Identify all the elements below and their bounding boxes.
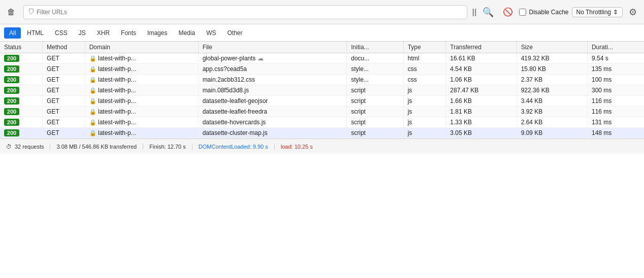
cell-initiator: script [347, 117, 403, 128]
cell-duration: 135 ms [587, 64, 644, 75]
table-row[interactable]: 200GET🔒 latest-with-p...datasette-hoverc… [0, 117, 644, 128]
table-header: Status Method Domain File Initia... Type… [0, 42, 644, 53]
cell-transferred: 1.33 KB [446, 117, 517, 128]
cell-initiator: style... [347, 75, 403, 85]
table-row[interactable]: 200GET🔒 latest-with-p...datasette-leafle… [0, 96, 644, 107]
cell-domain: 🔒 latest-with-p... [85, 128, 198, 138]
search-button[interactable]: 🔍 [479, 5, 497, 20]
load-text: load: 10.25 s [281, 144, 313, 150]
filter-url-input[interactable] [37, 9, 463, 16]
cell-size: 922.36 KB [517, 85, 587, 96]
tab-images[interactable]: Images [142, 27, 172, 39]
lock-icon: 🔒 [89, 55, 96, 61]
lock-icon: 🔒 [89, 109, 96, 115]
cell-method: GET [43, 117, 85, 128]
cell-duration: 131 ms [587, 117, 644, 128]
cell-type: html [403, 53, 446, 64]
cell-status: 200 [0, 117, 43, 128]
tab-css[interactable]: CSS [50, 27, 73, 39]
cell-type: css [403, 64, 446, 75]
cell-duration: 116 ms [587, 107, 644, 117]
lock-icon: 🔒 [89, 98, 96, 104]
cell-duration: 100 ms [587, 75, 644, 85]
requests-count: 32 requests [15, 144, 44, 150]
cell-domain: 🔒 latest-with-p... [85, 107, 198, 117]
col-header-status[interactable]: Status [0, 42, 43, 53]
table-row[interactable]: 200GET🔒 latest-with-p...main.08f5d3d8.js… [0, 85, 644, 96]
col-header-size[interactable]: Size [517, 42, 587, 53]
table-row[interactable]: 200GET🔒 latest-with-p...global-power-pla… [0, 53, 644, 64]
cell-file: datasette-cluster-map.js [198, 128, 347, 138]
cell-initiator: script [347, 96, 403, 107]
tab-media[interactable]: Media [173, 27, 200, 39]
throttle-select[interactable]: No Throttling ⇕ [572, 7, 623, 17]
cell-transferred: 1.06 KB [446, 75, 517, 85]
filter-icon: ⛉ [28, 8, 35, 16]
cell-size: 2.37 KB [517, 75, 587, 85]
cell-status: 200 [0, 107, 43, 117]
lock-icon: 🔒 [89, 130, 96, 136]
cell-transferred: 287.47 KB [446, 85, 517, 96]
cell-file: main.2acbb312.css [198, 75, 347, 85]
cell-domain: 🔒 latest-with-p... [85, 117, 198, 128]
cell-type: css [403, 75, 446, 85]
tab-html[interactable]: HTML [22, 27, 49, 39]
tab-other[interactable]: Other [222, 27, 247, 39]
disable-cache-checkbox[interactable] [519, 9, 526, 16]
cell-status: 200 [0, 75, 43, 85]
table-row[interactable]: 200GET🔒 latest-with-p...datasette-leafle… [0, 107, 644, 117]
cell-transferred: 1.66 KB [446, 96, 517, 107]
cell-domain: 🔒 latest-with-p... [85, 85, 198, 96]
lock-icon: 🔒 [89, 119, 96, 125]
cell-transferred: 1.81 KB [446, 107, 517, 117]
col-header-domain[interactable]: Domain [85, 42, 198, 53]
cell-method: GET [43, 75, 85, 85]
finish-text: Finish: 12.70 s [149, 144, 186, 150]
tab-ws[interactable]: WS [201, 27, 221, 39]
throttle-arrow-icon: ⇕ [613, 9, 618, 16]
table-row[interactable]: 200GET🔒 latest-with-p...datasette-cluste… [0, 128, 644, 138]
cell-size: 3.44 KB [517, 96, 587, 107]
tab-all[interactable]: All [4, 27, 21, 39]
settings-button[interactable]: ⚙ [626, 5, 640, 20]
transfer-segment: 3.08 MB / 546.86 KB transferred [50, 144, 143, 150]
col-header-type[interactable]: Type [403, 42, 446, 53]
clear-button[interactable]: 🗑 [4, 6, 18, 19]
tab-js[interactable]: JS [74, 27, 91, 39]
cell-method: GET [43, 128, 85, 138]
col-header-file[interactable]: File [198, 42, 347, 53]
cell-size: 9.09 KB [517, 128, 587, 138]
filter-tabs: AllHTMLCSSJSXHRFontsImagesMediaWSOther [0, 24, 644, 42]
cell-type: js [403, 117, 446, 128]
cell-initiator: docu... [347, 53, 403, 64]
table-body: 200GET🔒 latest-with-p...global-power-pla… [0, 53, 644, 138]
cell-size: 15.80 KB [517, 64, 587, 75]
cell-method: GET [43, 53, 85, 64]
tab-xhr[interactable]: XHR [92, 27, 115, 39]
pause-icon: || [472, 8, 477, 17]
col-header-transferred[interactable]: Transferred [446, 42, 517, 53]
table-row[interactable]: 200GET🔒 latest-with-p...app.css?cead5ast… [0, 64, 644, 75]
cell-size: 419.32 KB [517, 53, 587, 64]
cell-domain: 🔒 latest-with-p... [85, 64, 198, 75]
cell-file: datasette-leaflet-geojsor [198, 96, 347, 107]
cell-file: datasette-leaflet-freedra [198, 107, 347, 117]
transfer-text: 3.08 MB / 546.86 KB transferred [56, 144, 137, 150]
col-header-method[interactable]: Method [43, 42, 85, 53]
throttle-label: No Throttling [576, 9, 611, 16]
block-button[interactable]: 🚫 [500, 5, 516, 19]
cell-size: 2.64 KB [517, 117, 587, 128]
cell-initiator: script [347, 128, 403, 138]
col-header-duration[interactable]: Durati... [587, 42, 644, 53]
tab-fonts[interactable]: Fonts [116, 27, 141, 39]
cell-domain: 🔒 latest-with-p... [85, 53, 198, 64]
network-table-container: Status Method Domain File Initia... Type… [0, 42, 644, 138]
table-row[interactable]: 200GET🔒 latest-with-p...main.2acbb312.cs… [0, 75, 644, 85]
dom-loaded-segment: DOMContentLoaded: 9.90 s [192, 144, 275, 150]
cell-duration: 300 ms [587, 85, 644, 96]
cell-duration: 116 ms [587, 96, 644, 107]
col-header-initiator[interactable]: Initia... [347, 42, 403, 53]
cell-status: 200 [0, 64, 43, 75]
timer-icon: ⏱ [6, 144, 12, 150]
cell-method: GET [43, 107, 85, 117]
